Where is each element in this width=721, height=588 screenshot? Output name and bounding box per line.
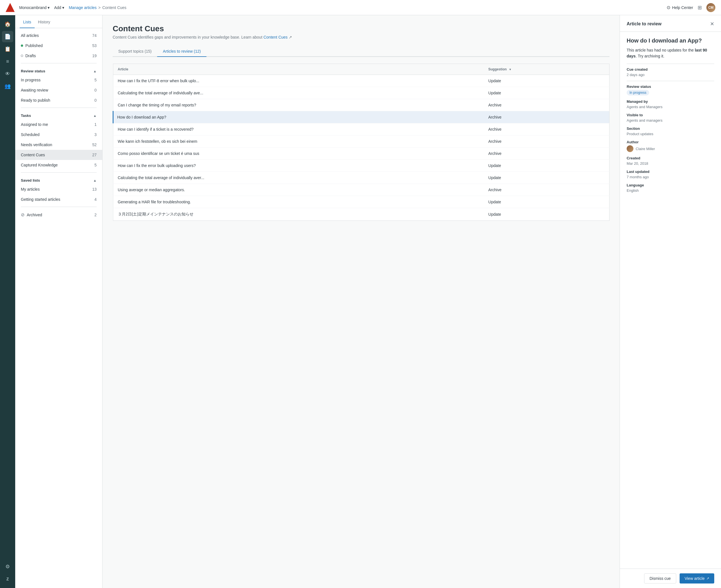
content-area: Content Cues Content Cues identifies gap… [103, 15, 620, 588]
visible-to-label: Visible to [627, 113, 714, 117]
tab-articles-to-review[interactable]: Articles to review (12) [157, 46, 207, 57]
sort-icon[interactable]: ▼ [509, 68, 511, 71]
left-item-assigned-to-me[interactable]: Assigned to me 1 [15, 120, 102, 129]
table-row[interactable]: Can I change the timing of my email repo… [113, 99, 610, 111]
sidebar-icon-zendesk[interactable]: Z [2, 573, 13, 585]
left-item-my-articles[interactable]: My articles 13 [15, 184, 102, 194]
sidebar-icon-articles[interactable]: 📄 [2, 31, 13, 42]
captured-knowledge-label: Captured Knowledge [21, 163, 58, 167]
saved-lists-header[interactable]: Saved lists ▲ [15, 175, 102, 184]
last-updated-label: Last updated [627, 170, 714, 174]
external-link-icon: ↗ [289, 35, 292, 39]
article-title-cell: ３月2日(土)定期メインテナンスのお知らせ [113, 208, 484, 221]
breadcrumb-manage-articles[interactable]: Manage articles [69, 5, 97, 10]
tab-lists[interactable]: Lists [20, 15, 35, 28]
left-item-all-articles[interactable]: All articles 74 [15, 30, 102, 41]
sidebar-icon-requests[interactable]: 📋 [2, 43, 13, 55]
left-item-getting-started[interactable]: Getting started articles 4 [15, 194, 102, 205]
icon-sidebar: 🏠 📄 📋 ≡ 👁 👥 ⚙ Z [0, 15, 15, 588]
tasks-header[interactable]: Tasks ▲ [15, 110, 102, 120]
meta-section: Section Product updates [627, 126, 714, 136]
article-title-cell: Can I change the timing of my email repo… [113, 99, 484, 111]
left-item-needs-verification[interactable]: Needs verification 52 [15, 140, 102, 150]
articles-table: Article Suggestion ▼ How can I fix the U… [113, 64, 610, 221]
content-cues-link[interactable]: Content Cues [263, 35, 288, 39]
article-title-cell: Calculating the total average of individ… [113, 172, 484, 184]
left-item-content-cues[interactable]: Content Cues 27 [15, 150, 102, 160]
table-header-article: Article [113, 64, 484, 75]
published-dot [21, 44, 23, 47]
table-row[interactable]: How do I download an App? Archive [113, 111, 610, 123]
meta-author: Author Claire Miller [627, 140, 714, 152]
published-count: 53 [92, 43, 97, 48]
divider-right-1 [627, 64, 714, 64]
author-row: Claire Miller [627, 145, 714, 152]
language-label: Language [627, 183, 714, 187]
left-item-scheduled[interactable]: Scheduled 3 [15, 129, 102, 140]
brand-chevron: ▾ [48, 5, 49, 10]
close-button[interactable]: ✕ [710, 21, 714, 27]
getting-started-count: 4 [94, 197, 97, 202]
sidebar-icon-team[interactable]: 👥 [2, 81, 13, 92]
user-avatar[interactable]: CM [706, 3, 715, 12]
table-row[interactable]: Using average or median aggregators. Arc… [113, 184, 610, 196]
table-row[interactable]: Generating a HAR file for troubleshootin… [113, 196, 610, 208]
avatar-initials: CM [708, 6, 714, 9]
right-panel-title: Article to review [627, 21, 662, 26]
article-title-cell: Using average or median aggregators. [113, 184, 484, 196]
table-row[interactable]: How can I fix the UTF-8 error when bulk … [113, 75, 610, 87]
sidebar-icon-settings[interactable]: ⚙ [2, 561, 13, 572]
table-row[interactable]: ３月2日(土)定期メインテナンスのお知らせ Update [113, 208, 610, 221]
left-item-in-progress[interactable]: In progress 5 [15, 75, 102, 85]
brand-menu[interactable]: Monocambrand ▾ [19, 5, 49, 10]
article-review-title: How do I download an App? [627, 38, 714, 44]
table-row[interactable]: Calculating the total average of individ… [113, 87, 610, 99]
ready-to-publish-count: 0 [94, 98, 97, 103]
add-menu[interactable]: Add ▾ [54, 5, 64, 10]
article-suggestion-cell: Archive [484, 135, 610, 148]
table-row[interactable]: How can I identify if a ticket is a reco… [113, 123, 610, 135]
external-link-icon: ↗ [706, 576, 709, 581]
table-row[interactable]: Como posso identificar se um ticket é um… [113, 148, 610, 160]
sidebar-icon-preview[interactable]: 👁 [2, 68, 13, 79]
saved-lists-label: Saved lists [21, 178, 40, 183]
meta-created: Created Mar 20, 2018 [627, 156, 714, 166]
breadcrumb: Manage articles > Content Cues [69, 5, 126, 10]
article-review-desc: This article has had no updates for the … [627, 47, 714, 59]
managed-by-value: Agents and Managers [627, 105, 714, 109]
drafts-count: 19 [92, 54, 97, 58]
article-suggestion-cell: Update [484, 196, 610, 208]
visible-to-value: Agents and managers [627, 118, 714, 123]
dismiss-cue-button[interactable]: Dismiss cue [644, 573, 676, 584]
sidebar-icon-home[interactable]: 🏠 [2, 19, 13, 30]
article-suggestion-cell: Archive [484, 111, 610, 123]
help-center-button[interactable]: ⊙ Help Center [666, 5, 693, 10]
content-description: Content Cues identifies gaps and improve… [113, 35, 610, 39]
in-progress-count: 5 [94, 78, 97, 82]
review-status-chevron: ▲ [93, 69, 97, 73]
article-suggestion-cell: Archive [484, 148, 610, 160]
top-navigation: Monocambrand ▾ Add ▾ Manage articles > C… [0, 0, 721, 15]
view-article-button[interactable]: View article ↗ [680, 573, 714, 584]
review-status-header[interactable]: Review status ▲ [15, 66, 102, 75]
tab-history[interactable]: History [35, 15, 54, 28]
tab-support-topics[interactable]: Support topics (15) [113, 46, 157, 57]
left-item-ready-to-publish[interactable]: Ready to publish 0 [15, 95, 102, 105]
table-row[interactable]: How can I fix the error bulk uploading u… [113, 160, 610, 172]
left-item-drafts[interactable]: Drafts 19 [15, 51, 102, 61]
help-icon: ⊙ [666, 5, 670, 10]
archived-count: 2 [94, 213, 97, 217]
left-item-captured-knowledge[interactable]: Captured Knowledge 5 [15, 160, 102, 170]
article-title-cell: How can I fix the error bulk uploading u… [113, 160, 484, 172]
awaiting-review-label: Awaiting review [21, 88, 48, 92]
breadcrumb-content-cues: Content Cues [102, 5, 126, 10]
left-item-awaiting-review[interactable]: Awaiting review 0 [15, 85, 102, 95]
table-row[interactable]: Calculating the total average of individ… [113, 172, 610, 184]
table-row[interactable]: Wie kann ich feststellen, ob es sich bei… [113, 135, 610, 148]
drafts-dot [21, 55, 23, 57]
left-item-archived[interactable]: ⊘ Archived 2 [15, 209, 102, 220]
left-item-published[interactable]: Published 53 [15, 41, 102, 51]
sidebar-icon-analytics[interactable]: ≡ [2, 56, 13, 67]
divider-4 [21, 207, 97, 207]
grid-icon[interactable]: ⊞ [698, 4, 702, 11]
